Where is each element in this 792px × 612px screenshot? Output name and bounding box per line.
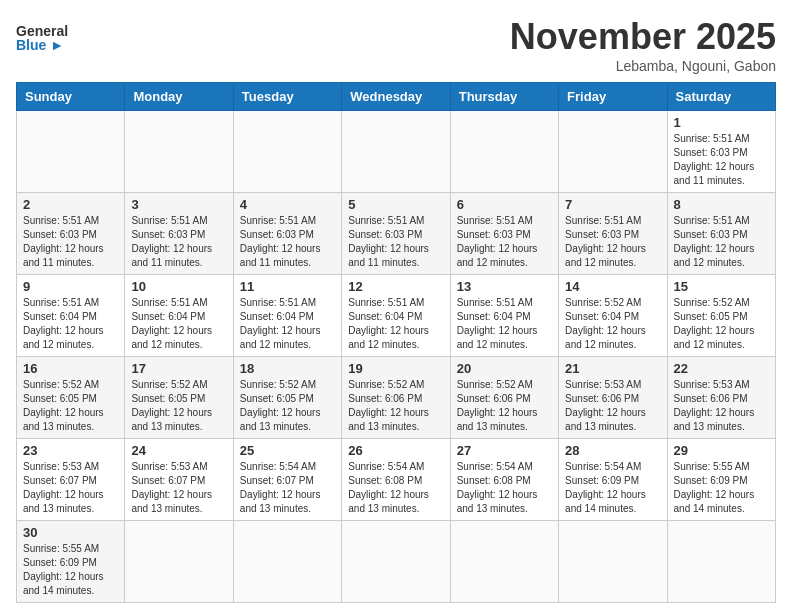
header-thursday: Thursday — [450, 83, 558, 111]
logo: General Blue ► — [16, 24, 68, 52]
day-5: 5 Sunrise: 5:51 AM Sunset: 6:03 PM Dayli… — [342, 193, 450, 275]
calendar-row-1: 1 Sunrise: 5:51 AM Sunset: 6:03 PM Dayli… — [17, 111, 776, 193]
day-11: 11 Sunrise: 5:51 AM Sunset: 6:04 PM Dayl… — [233, 275, 341, 357]
day-9: 9 Sunrise: 5:51 AM Sunset: 6:04 PM Dayli… — [17, 275, 125, 357]
day-26: 26 Sunrise: 5:54 AM Sunset: 6:08 PM Dayl… — [342, 439, 450, 521]
day-30: 30 Sunrise: 5:55 AM Sunset: 6:09 PM Dayl… — [17, 521, 125, 603]
header-monday: Monday — [125, 83, 233, 111]
calendar-row-3: 9 Sunrise: 5:51 AM Sunset: 6:04 PM Dayli… — [17, 275, 776, 357]
day-19: 19 Sunrise: 5:52 AM Sunset: 6:06 PM Dayl… — [342, 357, 450, 439]
header-friday: Friday — [559, 83, 667, 111]
empty-cell — [233, 111, 341, 193]
day-29: 29 Sunrise: 5:55 AM Sunset: 6:09 PM Dayl… — [667, 439, 775, 521]
day-6: 6 Sunrise: 5:51 AM Sunset: 6:03 PM Dayli… — [450, 193, 558, 275]
header-wednesday: Wednesday — [342, 83, 450, 111]
day-13: 13 Sunrise: 5:51 AM Sunset: 6:04 PM Dayl… — [450, 275, 558, 357]
header-tuesday: Tuesday — [233, 83, 341, 111]
empty-cell — [559, 521, 667, 603]
day-10: 10 Sunrise: 5:51 AM Sunset: 6:04 PM Dayl… — [125, 275, 233, 357]
empty-cell — [450, 521, 558, 603]
empty-cell — [667, 521, 775, 603]
calendar-row-6: 30 Sunrise: 5:55 AM Sunset: 6:09 PM Dayl… — [17, 521, 776, 603]
day-27: 27 Sunrise: 5:54 AM Sunset: 6:08 PM Dayl… — [450, 439, 558, 521]
day-1: 1 Sunrise: 5:51 AM Sunset: 6:03 PM Dayli… — [667, 111, 775, 193]
title-section: November 2025 Lebamba, Ngouni, Gabon — [510, 16, 776, 74]
day-18: 18 Sunrise: 5:52 AM Sunset: 6:05 PM Dayl… — [233, 357, 341, 439]
location-subtitle: Lebamba, Ngouni, Gabon — [510, 58, 776, 74]
day-7: 7 Sunrise: 5:51 AM Sunset: 6:03 PM Dayli… — [559, 193, 667, 275]
empty-cell — [125, 111, 233, 193]
day-17: 17 Sunrise: 5:52 AM Sunset: 6:05 PM Dayl… — [125, 357, 233, 439]
calendar-table: Sunday Monday Tuesday Wednesday Thursday… — [16, 82, 776, 603]
day-16: 16 Sunrise: 5:52 AM Sunset: 6:05 PM Dayl… — [17, 357, 125, 439]
day-8: 8 Sunrise: 5:51 AM Sunset: 6:03 PM Dayli… — [667, 193, 775, 275]
day-15: 15 Sunrise: 5:52 AM Sunset: 6:05 PM Dayl… — [667, 275, 775, 357]
day-14: 14 Sunrise: 5:52 AM Sunset: 6:04 PM Dayl… — [559, 275, 667, 357]
calendar-row-5: 23 Sunrise: 5:53 AM Sunset: 6:07 PM Dayl… — [17, 439, 776, 521]
day-3: 3 Sunrise: 5:51 AM Sunset: 6:03 PM Dayli… — [125, 193, 233, 275]
day-21: 21 Sunrise: 5:53 AM Sunset: 6:06 PM Dayl… — [559, 357, 667, 439]
day-25: 25 Sunrise: 5:54 AM Sunset: 6:07 PM Dayl… — [233, 439, 341, 521]
header-sunday: Sunday — [17, 83, 125, 111]
calendar-row-2: 2 Sunrise: 5:51 AM Sunset: 6:03 PM Dayli… — [17, 193, 776, 275]
day-28: 28 Sunrise: 5:54 AM Sunset: 6:09 PM Dayl… — [559, 439, 667, 521]
day-23: 23 Sunrise: 5:53 AM Sunset: 6:07 PM Dayl… — [17, 439, 125, 521]
empty-cell — [559, 111, 667, 193]
day-20: 20 Sunrise: 5:52 AM Sunset: 6:06 PM Dayl… — [450, 357, 558, 439]
header-saturday: Saturday — [667, 83, 775, 111]
day-12: 12 Sunrise: 5:51 AM Sunset: 6:04 PM Dayl… — [342, 275, 450, 357]
empty-cell — [17, 111, 125, 193]
day-24: 24 Sunrise: 5:53 AM Sunset: 6:07 PM Dayl… — [125, 439, 233, 521]
month-title: November 2025 — [510, 16, 776, 58]
weekday-header-row: Sunday Monday Tuesday Wednesday Thursday… — [17, 83, 776, 111]
day-2: 2 Sunrise: 5:51 AM Sunset: 6:03 PM Dayli… — [17, 193, 125, 275]
header: General Blue ► November 2025 Lebamba, Ng… — [16, 16, 776, 74]
calendar-row-4: 16 Sunrise: 5:52 AM Sunset: 6:05 PM Dayl… — [17, 357, 776, 439]
empty-cell — [450, 111, 558, 193]
empty-cell — [342, 111, 450, 193]
empty-cell — [233, 521, 341, 603]
empty-cell — [342, 521, 450, 603]
day-22: 22 Sunrise: 5:53 AM Sunset: 6:06 PM Dayl… — [667, 357, 775, 439]
empty-cell — [125, 521, 233, 603]
day-4: 4 Sunrise: 5:51 AM Sunset: 6:03 PM Dayli… — [233, 193, 341, 275]
